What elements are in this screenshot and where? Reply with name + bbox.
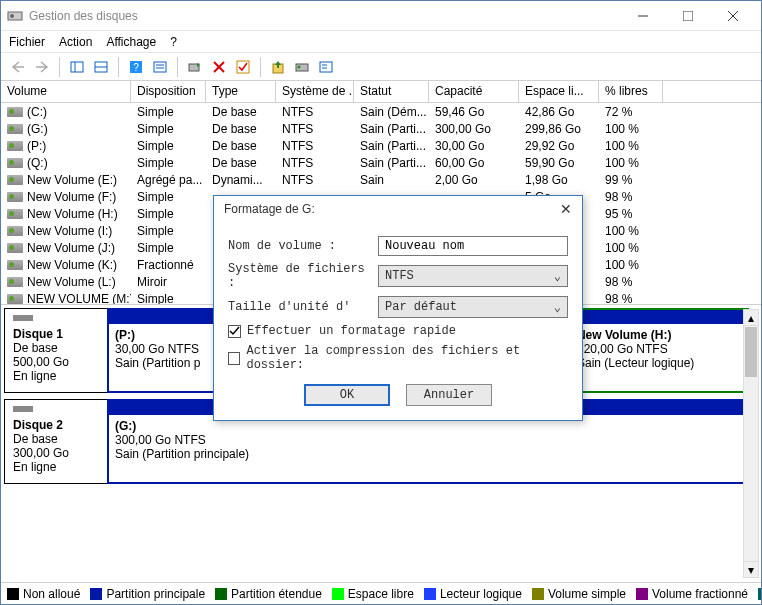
table-cell: 98 % — [599, 275, 663, 289]
partition-status: Sain (Partition principale) — [115, 447, 742, 461]
volume-name-label: Nom de volume : — [228, 239, 378, 253]
menu-file[interactable]: Fichier — [9, 35, 45, 49]
window-title: Gestion des disques — [29, 9, 138, 23]
vertical-scrollbar[interactable]: ▴ ▾ — [743, 309, 759, 578]
column-header[interactable]: Volume — [1, 81, 131, 102]
legend-swatch — [215, 588, 227, 600]
alloc-size-select[interactable]: Par défaut⌄ — [378, 296, 568, 318]
forward-button[interactable] — [31, 56, 53, 78]
disk-status: En ligne — [13, 460, 99, 474]
help-icon[interactable]: ? — [125, 56, 147, 78]
table-row[interactable]: (C:)SimpleDe baseNTFSSain (Dém...59,46 G… — [1, 103, 761, 120]
disk-label[interactable]: Disque 1De base500,00 GoEn ligne — [4, 308, 108, 393]
table-cell: New Volume (E:) — [1, 173, 131, 187]
table-cell: (C:) — [1, 105, 131, 119]
table-cell: Agrégé pa... — [131, 173, 206, 187]
menu-help[interactable]: ? — [170, 35, 177, 49]
toolbar-icon-list[interactable] — [149, 56, 171, 78]
filesystem-label: Système de fichiers : — [228, 262, 378, 290]
table-cell: 60,00 Go — [429, 156, 519, 170]
disk-label[interactable]: Disque 2De base300,00 GoEn ligne — [4, 399, 108, 484]
minimize-button[interactable] — [620, 2, 665, 30]
table-cell: 299,86 Go — [519, 122, 599, 136]
maximize-button[interactable] — [665, 2, 710, 30]
column-header[interactable]: Type — [206, 81, 276, 102]
svg-rect-6 — [71, 62, 83, 72]
table-cell: Sain (Parti... — [354, 139, 429, 153]
filesystem-select[interactable]: NTFS⌄ — [378, 265, 568, 287]
partition-size: 300,00 Go NTFS — [115, 433, 742, 447]
table-cell: 100 % — [599, 224, 663, 238]
partition-size: 320,00 Go NTFS — [577, 342, 741, 356]
table-cell: Simple — [131, 190, 206, 204]
table-cell: Simple — [131, 122, 206, 136]
legend-item: Vo — [758, 587, 761, 601]
compression-checkbox[interactable] — [228, 352, 240, 365]
table-cell: Fractionné — [131, 258, 206, 272]
table-cell: 2,00 Go — [429, 173, 519, 187]
compression-label: Activer la compression des fichiers et d… — [246, 344, 568, 372]
volume-icon — [7, 124, 23, 134]
back-button[interactable] — [7, 56, 29, 78]
table-cell: Simple — [131, 105, 206, 119]
table-cell: New Volume (L:) — [1, 275, 131, 289]
close-button[interactable] — [710, 2, 755, 30]
scroll-down-icon[interactable]: ▾ — [744, 561, 758, 577]
column-header[interactable]: Disposition — [131, 81, 206, 102]
toolbar-icon-panel2[interactable] — [90, 56, 112, 78]
table-cell: 300,00 Go — [429, 122, 519, 136]
quick-format-checkbox[interactable] — [228, 325, 241, 338]
partition[interactable]: New Volume (H:)320,00 Go NTFSSain (Lecte… — [569, 308, 749, 393]
quick-format-label: Effectuer un formatage rapide — [247, 324, 456, 338]
disk-type: De base — [13, 432, 99, 446]
scroll-up-icon[interactable]: ▴ — [744, 310, 758, 326]
legend-item: Partition principale — [90, 587, 205, 601]
legend-swatch — [758, 588, 761, 600]
menu-view[interactable]: Affichage — [106, 35, 156, 49]
titlebar: Gestion des disques — [1, 1, 761, 31]
table-row[interactable]: (P:)SimpleDe baseNTFSSain (Parti...30,00… — [1, 137, 761, 154]
svg-rect-3 — [683, 11, 693, 21]
table-row[interactable]: (G:)SimpleDe baseNTFSSain (Parti...300,0… — [1, 120, 761, 137]
table-cell: 98 % — [599, 190, 663, 204]
column-header[interactable]: Espace li... — [519, 81, 599, 102]
delete-icon[interactable] — [208, 56, 230, 78]
column-header[interactable]: Capacité — [429, 81, 519, 102]
legend-swatch — [7, 588, 19, 600]
menu-action[interactable]: Action — [59, 35, 92, 49]
table-cell: Simple — [131, 224, 206, 238]
volume-icon — [7, 260, 23, 270]
cancel-button[interactable]: Annuler — [406, 384, 492, 406]
legend-item: Non alloué — [7, 587, 80, 601]
scroll-thumb[interactable] — [745, 327, 757, 377]
volume-icon — [7, 294, 23, 304]
legend-item: Lecteur logique — [424, 587, 522, 601]
table-cell: 100 % — [599, 122, 663, 136]
table-row[interactable]: New Volume (E:)Agrégé pa...Dynami...NTFS… — [1, 171, 761, 188]
chevron-down-icon: ⌄ — [554, 300, 561, 315]
table-cell: 100 % — [599, 139, 663, 153]
toolbar-icon-panel1[interactable] — [66, 56, 88, 78]
legend: Non allouéPartition principalePartition … — [1, 582, 761, 604]
table-cell: 100 % — [599, 258, 663, 272]
properties-icon[interactable] — [315, 56, 337, 78]
table-cell: 95 % — [599, 207, 663, 221]
toolbar-icon-disk[interactable] — [291, 56, 313, 78]
table-cell: NTFS — [276, 173, 354, 187]
table-cell: Simple — [131, 241, 206, 255]
column-header[interactable]: Statut — [354, 81, 429, 102]
table-row[interactable]: (Q:)SimpleDe baseNTFSSain (Parti...60,00… — [1, 154, 761, 171]
check-icon[interactable] — [232, 56, 254, 78]
toolbar-icon-up[interactable] — [267, 56, 289, 78]
column-header[interactable]: % libres — [599, 81, 663, 102]
column-header[interactable]: Système de ... — [276, 81, 354, 102]
chevron-down-icon: ⌄ — [554, 269, 561, 284]
ok-button[interactable]: OK — [304, 384, 390, 406]
svg-point-1 — [10, 14, 14, 18]
table-header: VolumeDispositionTypeSystème de ...Statu… — [1, 81, 761, 103]
refresh-icon[interactable] — [184, 56, 206, 78]
dialog-close-icon[interactable]: ✕ — [560, 201, 572, 217]
svg-rect-18 — [237, 61, 249, 73]
volume-name-input[interactable] — [378, 236, 568, 256]
table-cell: Sain (Parti... — [354, 122, 429, 136]
